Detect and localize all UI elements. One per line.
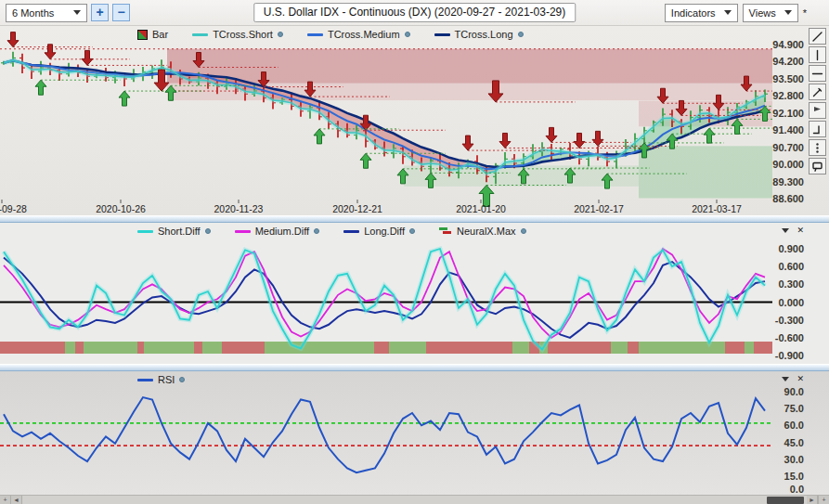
svg-text:2021-03-17: 2021-03-17: [692, 203, 742, 214]
svg-text:-0.900: -0.900: [775, 350, 804, 361]
line-swatch-icon: [235, 230, 251, 233]
line-swatch-icon: [137, 230, 153, 233]
line-swatch-icon: [434, 33, 450, 36]
legend-info-dot-icon[interactable]: [405, 32, 410, 37]
line-swatch-icon: [192, 33, 208, 36]
svg-text:45.0: 45.0: [784, 437, 804, 448]
legend-info-dot-icon[interactable]: [409, 228, 415, 234]
price-panel-legend: Bar TCross.Short TCross.Medium TCross.Lo…: [137, 29, 524, 40]
bar-series-icon: [137, 30, 148, 40]
pencil-tool-button[interactable]: [809, 84, 826, 100]
scroll-left-button[interactable]: ◄: [11, 496, 22, 504]
rsi-panel: RSI ✕ 90.075.060.045.030.015.00.0: [0, 371, 829, 495]
svg-text:-0.300: -0.300: [775, 315, 804, 326]
horizontal-line-tool-button[interactable]: [809, 65, 826, 82]
panel-separator[interactable]: [0, 215, 829, 223]
svg-text:88.600: 88.600: [772, 193, 804, 204]
oscillator-chart-canvas[interactable]: 0.9000.6000.3000.000-0.300-0.600-0.900: [0, 223, 829, 364]
svg-text:2020-10-26: 2020-10-26: [96, 203, 146, 214]
svg-text:0.900: 0.900: [778, 243, 804, 254]
legend-info-dot-icon[interactable]: [205, 228, 211, 234]
legend-item-rsi[interactable]: RSI: [137, 374, 185, 385]
legend-label: Bar: [152, 29, 168, 40]
angle-line-tool-button[interactable]: [809, 121, 826, 137]
ellipsis-icon: [811, 142, 823, 154]
svg-text:91.400: 91.400: [772, 124, 804, 136]
views-dropdown[interactable]: Views: [743, 4, 798, 22]
price-chart-canvas[interactable]: 94.90094.20093.50092.80092.10091.40090.7…: [0, 26, 829, 215]
close-panel-icon[interactable]: ✕: [797, 374, 804, 383]
time-range-value: 6 Months: [12, 7, 54, 19]
svg-text:30.0: 30.0: [784, 454, 804, 465]
callout-tool-button[interactable]: [809, 158, 826, 174]
legend-item-bar[interactable]: Bar: [137, 29, 168, 40]
legend-label: TCross.Short: [213, 29, 273, 40]
oscillator-panel-legend: Short.Diff Medium.Diff Long.Diff NeuralX…: [137, 226, 526, 237]
svg-text:93.500: 93.500: [772, 73, 804, 84]
legend-item-tcross-short[interactable]: TCross.Short: [192, 29, 283, 40]
scroll-zoom-out-button[interactable]: +: [818, 496, 829, 504]
legend-info-dot-icon[interactable]: [179, 377, 185, 382]
trendline-icon: [811, 31, 823, 43]
time-range-selector[interactable]: 6 Months: [6, 4, 87, 22]
svg-text:90.000: 90.000: [772, 159, 804, 170]
indicators-dropdown[interactable]: Indicators: [665, 4, 738, 22]
collapse-panel-icon[interactable]: [782, 228, 789, 233]
chevron-down-icon: [724, 10, 732, 15]
legend-item-medium-diff[interactable]: Medium.Diff: [235, 226, 319, 237]
legend-item-neuralx-max[interactable]: NeuralX.Max: [439, 226, 526, 237]
flag-tool-button[interactable]: [809, 102, 826, 119]
neuralx-series-icon: [439, 226, 452, 236]
close-panel-icon[interactable]: ✕: [797, 226, 804, 235]
line-swatch-icon: [343, 230, 359, 233]
legend-item-tcross-medium[interactable]: TCross.Medium: [307, 29, 410, 40]
legend-item-long-diff[interactable]: Long.Diff: [343, 226, 415, 237]
collapse-panel-icon[interactable]: [782, 377, 789, 381]
legend-info-dot-icon[interactable]: [314, 228, 319, 234]
svg-text:94.200: 94.200: [772, 56, 804, 67]
svg-text:2020-11-23: 2020-11-23: [214, 203, 264, 214]
trendline-tool-button[interactable]: [809, 28, 826, 45]
legend-label: TCross.Medium: [328, 29, 400, 40]
legend-item-short-diff[interactable]: Short.Diff: [137, 226, 211, 237]
legend-info-dot-icon[interactable]: [518, 32, 524, 37]
scrollbar-thumb[interactable]: [767, 497, 804, 504]
svg-text:92.100: 92.100: [772, 108, 804, 119]
views-modified-indicator: *: [803, 7, 807, 19]
price-panel: Bar TCross.Short TCross.Medium TCross.Lo…: [0, 26, 829, 215]
zoom-out-button[interactable]: −: [112, 4, 130, 21]
legend-info-dot-icon[interactable]: [521, 228, 526, 234]
rsi-chart-canvas[interactable]: 90.075.060.045.030.015.00.0: [0, 371, 829, 495]
panel-separator[interactable]: [0, 364, 829, 371]
drawing-tools-rail: [807, 28, 827, 174]
svg-text:0.000: 0.000: [778, 297, 804, 308]
svg-text:75.0: 75.0: [784, 403, 804, 414]
indicators-label: Indicators: [671, 7, 716, 19]
scroll-right-button[interactable]: ►: [807, 496, 818, 504]
svg-text:60.0: 60.0: [784, 420, 804, 431]
svg-text:2021-01-20: 2021-01-20: [456, 203, 506, 214]
svg-text:-0.600: -0.600: [775, 332, 804, 343]
legend-item-tcross-long[interactable]: TCross.Long: [434, 29, 524, 40]
legend-label: Short.Diff: [158, 226, 201, 237]
line-swatch-icon: [307, 33, 323, 36]
legend-info-dot-icon[interactable]: [278, 32, 283, 37]
svg-text:89.300: 89.300: [772, 176, 804, 187]
vertical-line-icon: [811, 49, 823, 61]
angle-line-icon: [811, 123, 823, 136]
legend-label: Long.Diff: [364, 226, 405, 237]
zoom-in-button[interactable]: +: [91, 4, 109, 21]
legend-label: RSI: [158, 374, 175, 385]
rsi-panel-legend: RSI: [137, 374, 185, 385]
scroll-zoom-in-button[interactable]: +: [0, 496, 11, 504]
flag-icon: [811, 105, 823, 117]
chevron-down-icon: [73, 10, 81, 15]
legend-label: TCross.Long: [455, 29, 513, 40]
legend-label: NeuralX.Max: [457, 226, 516, 237]
rsi-panel-controls: ✕: [782, 374, 804, 383]
vertical-line-tool-button[interactable]: [809, 46, 826, 63]
svg-text:90.700: 90.700: [772, 142, 804, 153]
svg-text:0.0: 0.0: [790, 484, 804, 495]
horizontal-scrollbar[interactable]: + ◄ ► +: [0, 495, 829, 504]
ellipsis-tool-button[interactable]: [809, 139, 826, 156]
